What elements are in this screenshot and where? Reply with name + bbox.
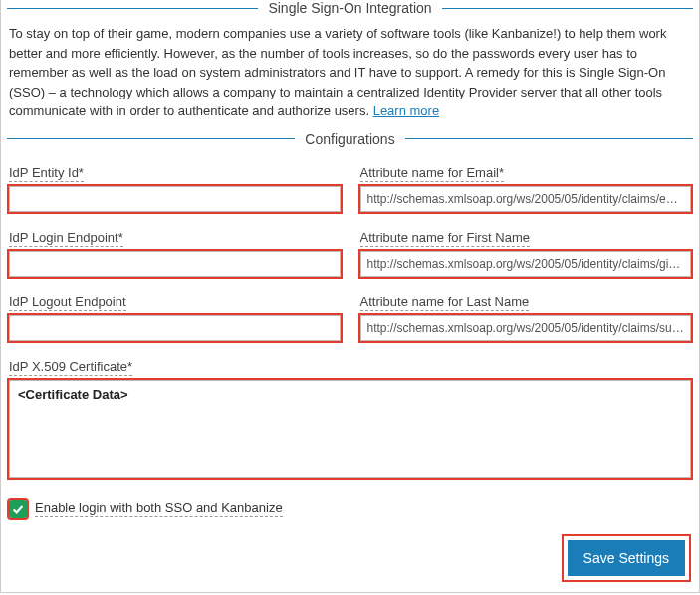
- divider: [405, 138, 693, 139]
- attr-email-input[interactable]: [360, 186, 692, 212]
- enable-both-label: Enable login with both SSO and Kanbanize: [35, 500, 283, 517]
- check-icon: [11, 502, 25, 516]
- cert-label: IdP X.509 Certificate*: [9, 359, 132, 376]
- idp-login-label: IdP Login Endpoint*: [9, 230, 123, 247]
- learn-more-link[interactable]: Learn more: [373, 103, 439, 118]
- config-section-header: Configurations: [7, 131, 693, 147]
- sso-section-header: Single Sign-On Integration: [7, 0, 693, 16]
- divider: [7, 8, 258, 9]
- intro-text: To stay on top of their game, modern com…: [9, 16, 691, 131]
- attr-last-label: Attribute name for Last Name: [360, 295, 530, 311]
- config-title: Configurations: [295, 131, 404, 147]
- idp-logout-label: IdP Logout Endpoint: [9, 295, 126, 311]
- idp-entity-id-input[interactable]: [9, 186, 341, 212]
- idp-logout-input[interactable]: [9, 315, 341, 341]
- idp-login-input[interactable]: [9, 251, 341, 277]
- cert-textarea[interactable]: [9, 380, 691, 478]
- divider: [7, 138, 295, 139]
- attr-last-input[interactable]: [360, 315, 692, 341]
- intro-body: To stay on top of their game, modern com…: [9, 26, 666, 118]
- attr-first-input[interactable]: [360, 251, 692, 277]
- divider: [442, 8, 693, 9]
- attr-first-label: Attribute name for First Name: [360, 230, 531, 247]
- save-settings-button[interactable]: Save Settings: [568, 540, 685, 576]
- enable-both-checkbox[interactable]: [9, 500, 27, 518]
- idp-entity-id-label: IdP Entity Id*: [9, 165, 84, 182]
- save-highlight: Save Settings: [564, 536, 689, 580]
- sso-title: Single Sign-On Integration: [258, 0, 441, 16]
- attr-email-label: Attribute name for Email*: [360, 165, 505, 182]
